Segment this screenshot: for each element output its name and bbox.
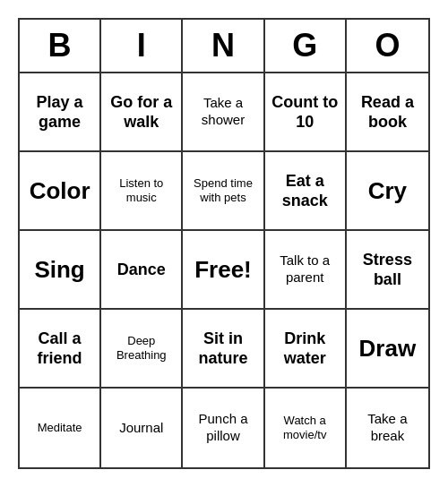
bingo-cell-1: Go for a walk: [101, 73, 183, 152]
cell-text-6: Listen to music: [105, 176, 177, 206]
cell-text-23: Watch a movie/tv: [269, 414, 341, 443]
bingo-cell-7: Spend time with pets: [183, 152, 264, 231]
header-o: O: [347, 20, 428, 72]
bingo-cell-9: Cry: [347, 152, 428, 231]
cell-text-24: Take a break: [350, 411, 425, 445]
bingo-cell-22: Punch a pillow: [183, 389, 264, 467]
bingo-card: B I N G O Play a gameGo for a walkTake a…: [18, 18, 430, 469]
cell-text-12: Free!: [194, 255, 252, 285]
bingo-grid: Play a gameGo for a walkTake a showerCou…: [20, 73, 428, 467]
cell-text-4: Read a book: [350, 92, 425, 132]
cell-text-3: Count to 10: [269, 92, 341, 132]
cell-text-19: Draw: [359, 334, 417, 363]
cell-text-11: Dance: [117, 260, 166, 280]
bingo-cell-19: Draw: [347, 310, 428, 389]
cell-text-13: Talk to a parent: [269, 252, 341, 286]
cell-text-2: Take a shower: [186, 95, 259, 129]
bingo-cell-16: Deep Breathing: [101, 310, 183, 389]
bingo-cell-17: Sit in nature: [183, 310, 264, 389]
bingo-cell-14: Stress ball: [347, 231, 428, 310]
bingo-cell-24: Take a break: [347, 389, 428, 467]
bingo-cell-5: Color: [20, 152, 101, 231]
cell-text-9: Cry: [368, 176, 407, 206]
header-g: G: [265, 20, 347, 72]
cell-text-7: Spend time with pets: [186, 176, 259, 206]
bingo-cell-6: Listen to music: [101, 152, 183, 231]
bingo-cell-0: Play a game: [20, 73, 101, 152]
cell-text-20: Meditate: [38, 421, 82, 435]
cell-text-16: Deep Breathing: [105, 334, 177, 363]
bingo-cell-3: Count to 10: [265, 73, 347, 152]
bingo-cell-10: Sing: [20, 231, 101, 310]
cell-text-21: Journal: [119, 420, 163, 437]
bingo-cell-8: Eat a snack: [265, 152, 347, 231]
bingo-cell-11: Dance: [101, 231, 183, 310]
bingo-cell-12: Free!: [183, 231, 264, 310]
bingo-cell-2: Take a shower: [183, 73, 264, 152]
header-i: I: [101, 20, 183, 72]
cell-text-1: Go for a walk: [105, 92, 177, 132]
cell-text-10: Sing: [34, 255, 84, 285]
bingo-cell-23: Watch a movie/tv: [265, 389, 347, 467]
bingo-header: B I N G O: [20, 20, 428, 73]
header-n: N: [183, 20, 264, 72]
bingo-cell-20: Meditate: [20, 389, 101, 467]
cell-text-15: Call a friend: [23, 329, 96, 369]
cell-text-0: Play a game: [23, 92, 96, 132]
bingo-cell-18: Drink water: [265, 310, 347, 389]
cell-text-18: Drink water: [269, 329, 341, 369]
bingo-cell-13: Talk to a parent: [265, 231, 347, 310]
header-b: B: [20, 20, 101, 72]
bingo-cell-21: Journal: [101, 389, 183, 467]
cell-text-14: Stress ball: [350, 250, 425, 290]
bingo-cell-15: Call a friend: [20, 310, 101, 389]
bingo-cell-4: Read a book: [347, 73, 428, 152]
cell-text-17: Sit in nature: [186, 329, 259, 369]
cell-text-5: Color: [30, 176, 90, 206]
cell-text-22: Punch a pillow: [186, 411, 259, 445]
cell-text-8: Eat a snack: [269, 171, 341, 211]
